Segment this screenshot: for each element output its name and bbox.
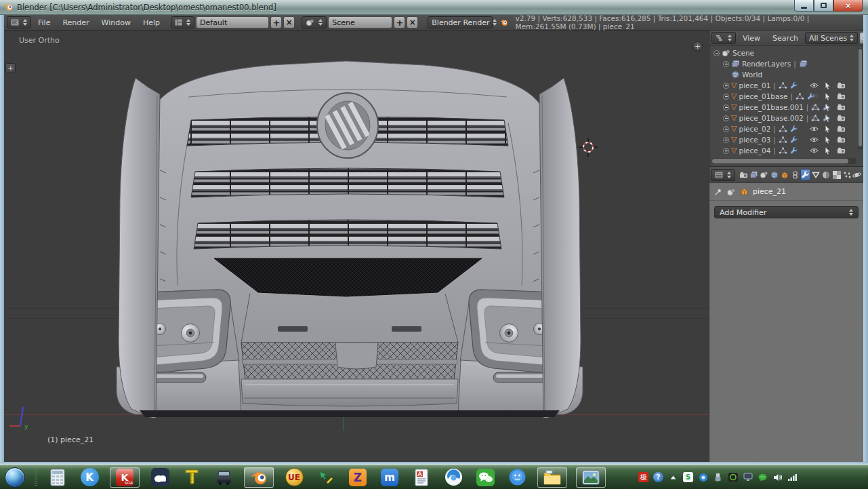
scene-context-icon[interactable] [726,188,736,196]
tab-scene[interactable] [759,169,768,180]
outliner-item-label[interactable]: piece_01 [739,81,770,90]
outliner-item-label[interactable]: piece_03 [739,136,770,144]
menu-render[interactable]: Render [57,18,94,27]
cursor-arrow-icon[interactable] [823,81,832,90]
expand-icon[interactable] [723,94,729,100]
tab-modifiers[interactable] [800,169,810,180]
outliner-scope-select[interactable]: All Scenes [805,32,858,44]
ime-indicator[interactable]: 极 [638,472,648,482]
eye-icon[interactable] [810,103,819,111]
menu-search[interactable]: Search [767,34,804,43]
cursor-arrow-icon[interactable] [823,146,832,155]
render-engine-select[interactable]: Blender Render [428,16,493,28]
tab-render[interactable] [739,169,748,180]
editor-type-button[interactable] [711,169,735,181]
eye-icon[interactable] [810,114,819,122]
camera-icon[interactable] [837,114,846,122]
properties-shelf-expand-button[interactable] [693,41,703,52]
taskbar-ultraedit[interactable]: UE [283,467,306,488]
taskbar-browser[interactable] [442,467,465,488]
outliner-row-piece-04[interactable]: ▽ piece_04 [709,145,863,156]
cursor-arrow-icon[interactable] [823,136,832,144]
taskbar-ruler-tool[interactable] [180,467,203,488]
tab-material[interactable] [821,169,831,180]
camera-icon[interactable] [837,136,846,144]
network-tray-icon[interactable] [787,472,798,482]
usb-tray-icon[interactable] [713,472,723,482]
add-modifier-dropdown[interactable]: Add Modifier [714,206,859,218]
outliner-row-renderlayers[interactable]: RenderLayers [709,58,863,69]
taskbar-wechat[interactable] [474,467,497,488]
taskbar-screen-capture[interactable] [314,467,337,488]
add-scene-button[interactable] [394,16,405,28]
outliner-item-label[interactable]: World [742,71,762,79]
close-button[interactable]: × [833,0,863,12]
menu-help[interactable]: Help [138,18,165,27]
taskbar-cloud-app[interactable] [148,467,171,488]
outliner-search-button[interactable] [859,32,863,44]
s-tray-icon[interactable]: S [683,472,693,482]
cursor-arrow-icon[interactable] [823,92,832,100]
start-button[interactable] [4,467,26,488]
minimize-button[interactable] [794,0,814,12]
taskbar-kugou[interactable]: K [78,467,101,488]
tab-constraints[interactable] [790,169,800,180]
taskbar-maxthon[interactable]: m [378,467,401,488]
outliner-item-label[interactable]: RenderLayers [742,60,791,68]
outliner-row-piece-01base[interactable]: ▽ piece_01base [709,91,863,102]
monitor-tray-icon[interactable] [743,472,753,482]
pin-icon[interactable] [714,188,722,196]
volume-tray-icon[interactable] [772,472,783,482]
scene-icon-button[interactable] [302,16,327,28]
camera-icon[interactable] [837,92,846,100]
help-tray-icon[interactable]: ? [653,472,663,482]
taskbar-explorer[interactable] [537,467,567,488]
editor-type-button[interactable] [7,16,31,28]
taskbar-qq[interactable] [505,467,529,488]
camera-icon[interactable] [837,125,846,133]
expand-icon[interactable] [723,137,729,143]
scrollbar-thumb[interactable] [712,159,848,163]
outliner-item-label[interactable]: piece_04 [739,146,770,155]
toolshelf-expand-button[interactable] [5,63,16,73]
taskbar-calculator[interactable] [46,467,69,488]
tab-data[interactable] [811,169,821,180]
scrollbar-thumb[interactable] [859,49,862,146]
camera-icon[interactable] [837,146,846,155]
taskbar-word-doc[interactable] [410,467,433,488]
outliner-row-piece-03[interactable]: ▽ piece_03 [709,134,863,145]
taskbar-blender[interactable] [244,467,274,488]
add-layout-button[interactable] [270,16,282,28]
wechat-tray-icon[interactable] [758,472,768,482]
camera-icon[interactable] [837,81,846,90]
outliner-row-piece-01[interactable]: ▽ piece_01 [709,80,863,91]
expand-icon[interactable] [723,115,729,121]
eye-icon[interactable] [810,92,819,100]
c ursor-arrow-icon[interactable] [823,125,832,133]
delete-scene-button[interactable] [407,16,418,28]
tab-render-layers[interactable] [749,169,758,180]
menu-file[interactable]: File [33,18,56,27]
editor-type-button[interactable] [711,32,736,44]
outliner-item-label[interactable]: piece_01base [739,92,787,100]
outliner-item-label[interactable]: piece_01base.001 [739,103,803,111]
eye-icon[interactable] [810,125,819,133]
outliner-row-scene[interactable]: Scene [709,47,863,58]
tab-object[interactable] [780,169,789,180]
scene-field[interactable]: Scene [328,16,392,28]
expand-icon[interactable] [723,126,729,132]
eye-icon[interactable] [810,146,819,155]
viewport-3d[interactable]: User Ortho [4,31,709,447]
eye-icon[interactable] [810,136,819,144]
screen-layout-field[interactable]: Default [196,16,269,28]
outliner-row-piece-02[interactable]: ▽ piece_02 [709,123,863,134]
tab-physics[interactable] [852,169,862,180]
cursor-arrow-icon[interactable] [823,103,832,111]
tab-particles[interactable] [842,169,852,180]
outliner-row-piece-01base-002[interactable]: ▽ piece_01base.002 [709,113,863,123]
expand-icon[interactable] [723,104,729,111]
outliner-item-label[interactable]: piece_01base.002 [739,114,803,122]
delete-layout-button[interactable] [283,16,295,28]
cursor-arrow-icon[interactable] [823,114,832,122]
screen-layout-icon-button[interactable] [171,16,194,28]
